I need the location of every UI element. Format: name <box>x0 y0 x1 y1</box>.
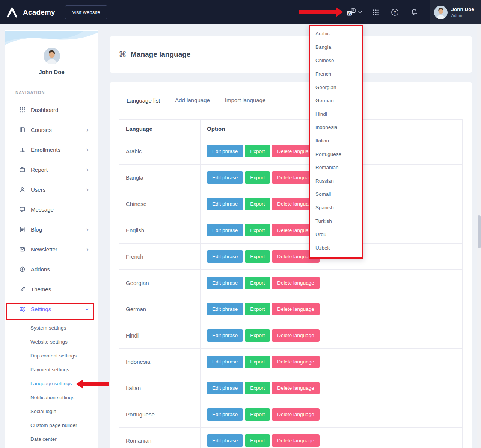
delete-language-button[interactable]: Delete language <box>272 408 319 421</box>
table-header: Language Option <box>119 120 462 138</box>
edit-phrase-button[interactable]: Edit phrase <box>207 277 243 289</box>
sidebar-item-label: Message <box>31 206 86 213</box>
sidebar-user-name: John Doe <box>5 69 98 75</box>
export-button[interactable]: Export <box>245 303 270 315</box>
settings-submenu-item[interactable]: Payment settings <box>5 363 98 377</box>
language-option[interactable]: Bangla <box>310 41 362 54</box>
edit-phrase-button[interactable]: Edit phrase <box>207 356 243 368</box>
sidebar-item-label: Dashboard <box>31 107 86 113</box>
edit-phrase-button[interactable]: Edit phrase <box>207 382 243 394</box>
language-option[interactable]: Chinese <box>310 54 362 67</box>
language-option[interactable]: Portuguese <box>310 147 362 161</box>
export-button[interactable]: Export <box>245 250 270 263</box>
language-option[interactable]: German <box>310 94 362 107</box>
sidebar-item[interactable]: Addons › <box>5 259 98 279</box>
language-option[interactable]: Somali <box>310 188 362 201</box>
visit-website-button[interactable]: Visit website <box>65 5 107 19</box>
navigation-label: NAVIGATION <box>15 90 98 95</box>
sidebar-item-label: Newsletter <box>31 246 86 253</box>
export-button[interactable]: Export <box>245 329 270 342</box>
settings-submenu-item[interactable]: Social login <box>5 404 98 418</box>
chevron-down-icon <box>358 11 362 14</box>
sidebar-item[interactable]: Dashboard › <box>5 100 98 120</box>
settings-submenu-item[interactable]: Website settings <box>5 335 98 349</box>
export-button[interactable]: Export <box>245 171 270 184</box>
settings-submenu-item[interactable]: Language settings <box>5 377 98 390</box>
delete-language-button[interactable]: Delete language <box>272 303 319 315</box>
notifications-bell-icon[interactable] <box>410 8 418 16</box>
language-option[interactable]: Italian <box>310 134 362 148</box>
chevron-right-icon: › <box>86 126 89 133</box>
page-header-card: ⌘ Manage language <box>110 36 472 73</box>
sidebar-item[interactable]: Settings › <box>5 299 98 319</box>
edit-phrase-button[interactable]: Edit phrase <box>207 303 243 315</box>
edit-phrase-button[interactable]: Edit phrase <box>207 171 243 184</box>
language-option[interactable]: Georgian <box>310 80 362 94</box>
sidebar-item-icon <box>19 166 26 173</box>
delete-language-button[interactable]: Delete language <box>272 356 319 368</box>
language-option[interactable]: Urdu <box>310 228 362 241</box>
avatar <box>434 6 448 19</box>
settings-submenu-item[interactable]: Notification settings <box>5 390 98 404</box>
edit-phrase-button[interactable]: Edit phrase <box>207 224 243 236</box>
language-option[interactable]: Indonesia <box>310 121 362 134</box>
help-icon[interactable]: ? <box>391 8 399 16</box>
delete-language-button[interactable]: Delete language <box>272 434 319 447</box>
sidebar-item-icon <box>19 147 26 153</box>
tabs: Language listAdd languageImport language <box>110 82 472 109</box>
language-cell: Portuguese <box>119 401 201 427</box>
settings-submenu-item[interactable]: Custom page builder <box>5 418 98 432</box>
language-cell: Hindi <box>119 322 201 348</box>
sidebar-item[interactable]: Enrollments › <box>5 140 98 160</box>
language-option[interactable]: French <box>310 67 362 81</box>
edit-phrase-button[interactable]: Edit phrase <box>207 145 243 157</box>
settings-submenu-item[interactable]: System settings <box>5 321 98 335</box>
language-option[interactable]: Romanian <box>310 161 362 174</box>
sidebar-item[interactable]: Themes › <box>5 279 98 299</box>
language-option[interactable]: Hindi <box>310 107 362 121</box>
language-option[interactable]: Russian <box>310 174 362 188</box>
sidebar-nav: Dashboard › Courses › Enrollments › Repo… <box>5 100 98 319</box>
language-table: Language Option Arabic Edit phrase Expor… <box>119 119 463 448</box>
export-button[interactable]: Export <box>245 145 270 157</box>
tab[interactable]: Add language <box>167 97 217 109</box>
edit-phrase-button[interactable]: Edit phrase <box>207 408 243 421</box>
language-option[interactable]: Turkish <box>310 214 362 228</box>
tab[interactable]: Language list <box>119 97 167 109</box>
sidebar-item[interactable]: Courses › <box>5 120 98 140</box>
language-option[interactable]: Arabic <box>310 27 362 41</box>
export-button[interactable]: Export <box>245 434 270 447</box>
language-option[interactable]: Uzbek <box>310 241 362 255</box>
export-button[interactable]: Export <box>245 277 270 289</box>
sidebar-item[interactable]: Blog › <box>5 219 98 239</box>
brand-name: Academy <box>23 8 55 17</box>
export-button[interactable]: Export <box>245 356 270 368</box>
delete-language-button[interactable]: Delete language <box>272 382 319 394</box>
settings-submenu-item[interactable]: Data center <box>5 432 98 446</box>
language-switcher[interactable]: A <box>347 8 362 16</box>
options-cell: Edit phrase Export Delete language <box>201 296 462 322</box>
options-cell: Edit phrase Export Delete language <box>201 401 462 427</box>
edit-phrase-button[interactable]: Edit phrase <box>207 198 243 210</box>
language-option[interactable]: Spanish <box>310 201 362 215</box>
edit-phrase-button[interactable]: Edit phrase <box>207 250 243 263</box>
export-button[interactable]: Export <box>245 408 270 421</box>
apps-grid-icon[interactable] <box>372 9 379 16</box>
export-button[interactable]: Export <box>245 382 270 394</box>
table-body: Arabic Edit phrase Export Delete languag… <box>119 138 462 448</box>
edit-phrase-button[interactable]: Edit phrase <box>207 329 243 342</box>
sidebar-item[interactable]: Newsletter › <box>5 239 98 259</box>
tab[interactable]: Import language <box>217 97 273 109</box>
options-cell: Edit phrase Export Delete language <box>201 270 462 296</box>
settings-submenu-item[interactable]: Drip content settings <box>5 349 98 363</box>
sidebar-item[interactable]: Report › <box>5 160 98 180</box>
scrollbar-thumb[interactable] <box>478 215 481 248</box>
edit-phrase-button[interactable]: Edit phrase <box>207 434 243 447</box>
delete-language-button[interactable]: Delete language <box>272 329 319 342</box>
sidebar-item[interactable]: Users › <box>5 180 98 200</box>
export-button[interactable]: Export <box>245 198 270 210</box>
user-menu[interactable]: John Doe Admin <box>430 0 481 24</box>
sidebar-item[interactable]: Message › <box>5 200 98 219</box>
export-button[interactable]: Export <box>245 224 270 236</box>
delete-language-button[interactable]: Delete language <box>272 277 319 289</box>
